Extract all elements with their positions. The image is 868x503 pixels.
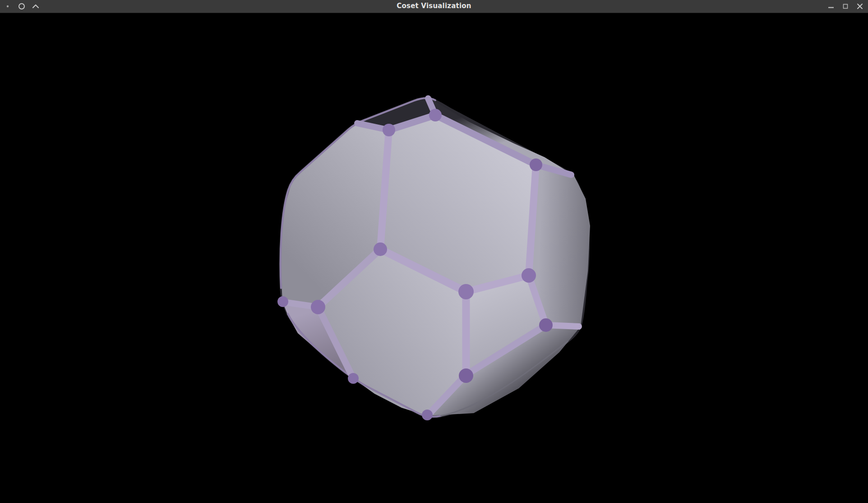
polyhedron-vertex: [459, 368, 473, 383]
minimize-icon[interactable]: [827, 3, 835, 10]
window-controls: [827, 0, 863, 13]
polyhedron-vertex: [277, 296, 288, 307]
titlebar[interactable]: Coset Visualization: [0, 0, 868, 13]
polyhedron-vertex: [422, 410, 433, 420]
polyhedron-vertex: [530, 158, 542, 171]
polyhedron-vertex: [348, 373, 359, 384]
polyhedron-vertex: [383, 124, 395, 136]
polyhedron-vertex: [458, 284, 474, 299]
window-title: Coset Visualization: [0, 0, 868, 13]
close-icon[interactable]: [856, 3, 863, 10]
coset-polyhedron: [0, 0, 868, 503]
polyhedron-vertex: [539, 318, 553, 332]
render-viewport[interactable]: [0, 0, 868, 503]
polyhedron-vertex: [374, 242, 387, 256]
polyhedron-vertex: [429, 109, 442, 121]
polyhedron-vertex: [522, 268, 536, 283]
maximize-icon[interactable]: [842, 3, 849, 10]
polyhedron-vertex: [311, 300, 325, 314]
